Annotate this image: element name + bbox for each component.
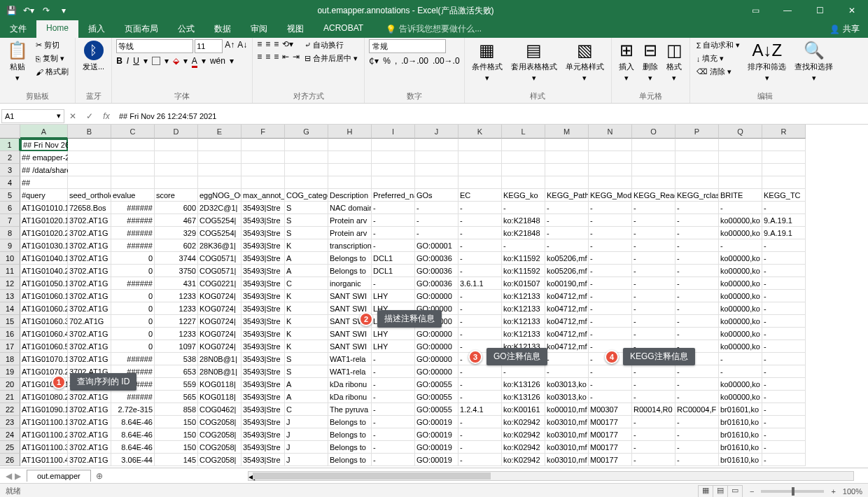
cell[interactable]: -	[589, 328, 632, 340]
zoom-level[interactable]: 100%	[843, 487, 862, 496]
cell[interactable]: ko05206,mf	[545, 265, 589, 277]
cell[interactable]: ko03010,mf	[545, 428, 589, 441]
cell[interactable]: 3750	[155, 265, 198, 277]
cell[interactable]: -	[458, 239, 502, 252]
cell[interactable]: 0	[111, 328, 155, 340]
cell[interactable]: -	[632, 328, 676, 340]
cell[interactable]: ######	[111, 239, 155, 252]
minimize-icon[interactable]: —	[771, 0, 804, 21]
cell[interactable]: -	[719, 365, 762, 378]
cell[interactable]: 559	[155, 378, 198, 391]
cell[interactable]: ko:K02942	[502, 454, 545, 466]
cancel-icon[interactable]: ✕	[64, 111, 81, 121]
cell[interactable]: Belongs to	[328, 252, 372, 265]
cell[interactable]: -	[676, 252, 719, 265]
h-scrollbar[interactable]: ◀	[248, 471, 854, 481]
cell[interactable]: -	[632, 365, 676, 378]
align-right-icon[interactable]: ≡	[274, 52, 279, 62]
cell[interactable]: 35493|Stre	[241, 315, 285, 328]
clear-button[interactable]: ⌫ 清除 ▾	[694, 66, 743, 78]
cell[interactable]: GO:00055	[415, 378, 458, 391]
cell[interactable]: KEGG_rclass	[676, 189, 719, 202]
cell[interactable]	[155, 164, 198, 176]
cell[interactable]: -	[545, 214, 589, 227]
cell[interactable]: 3702.AT1G	[68, 441, 111, 454]
cell[interactable]	[762, 139, 806, 151]
ribbon-options-icon[interactable]: ▭	[739, 0, 771, 21]
cell[interactable]	[632, 176, 676, 189]
cell[interactable]: LHY	[372, 328, 415, 340]
cell[interactable]: COG0221|	[198, 277, 241, 290]
cell[interactable]: -	[762, 265, 806, 277]
cell[interactable]	[589, 176, 632, 189]
cell[interactable]	[762, 176, 806, 189]
row-header[interactable]: 23	[0, 416, 20, 428]
ribbon-tab-ACROBAT[interactable]: ACROBAT	[314, 20, 373, 38]
cell[interactable]: -	[589, 315, 632, 328]
cell[interactable]: 35493|Stre	[241, 227, 285, 239]
percent-icon[interactable]: %	[383, 56, 391, 66]
cell[interactable]: 35493|Stre	[241, 428, 285, 441]
name-box[interactable]: A1▾	[1, 109, 64, 123]
cell[interactable]: Belongs to	[328, 416, 372, 428]
cell[interactable]	[372, 176, 415, 189]
cell[interactable]: Protein arv	[328, 214, 372, 227]
decrease-font-icon[interactable]: A↓	[237, 39, 248, 50]
cell[interactable]: ko03013,ko	[545, 378, 589, 391]
cell[interactable]: S	[285, 214, 328, 227]
cell[interactable]: -	[372, 391, 415, 403]
cell[interactable]: ko00000,ko	[719, 391, 762, 403]
row-header[interactable]: 11	[0, 265, 20, 277]
tell-me[interactable]: 💡 告诉我您想要做什么...	[379, 20, 489, 38]
cell[interactable]: AT1G01030.1	[20, 239, 68, 252]
cell[interactable]: 600	[155, 202, 198, 214]
bluetooth-send-button[interactable]: ᛒ 发送...	[80, 39, 107, 74]
cell[interactable]: KOG0724|	[198, 328, 241, 340]
cell[interactable]: -	[458, 378, 502, 391]
cell[interactable]: J	[285, 441, 328, 454]
cell[interactable]: AT1G01090.1	[20, 403, 68, 416]
col-header[interactable]: B	[68, 125, 111, 139]
cell[interactable]	[372, 164, 415, 176]
cell[interactable]: 3702.AT1G	[68, 265, 111, 277]
cell[interactable]: C	[285, 277, 328, 290]
cell[interactable]	[198, 176, 241, 189]
cell[interactable]: #query	[20, 189, 68, 202]
cell[interactable]: ko03010,mf	[545, 454, 589, 466]
cell[interactable]: ko00000,ko	[719, 252, 762, 265]
increase-font-icon[interactable]: A↑	[224, 39, 235, 50]
sort-filter-button[interactable]: A↓Z排序和筛选▾	[745, 39, 789, 84]
cell[interactable]: GO:00000	[415, 290, 458, 302]
cell[interactable]: C	[285, 403, 328, 416]
cell[interactable]: kDa ribonu	[328, 378, 372, 391]
col-header[interactable]: L	[502, 125, 545, 139]
row-header[interactable]: 21	[0, 391, 20, 403]
cell[interactable]: GO:00055	[415, 391, 458, 403]
cell[interactable]: 602	[155, 239, 198, 252]
cell[interactable]: 1227	[155, 315, 198, 328]
increase-decimal-icon[interactable]: .0→.00	[401, 56, 428, 66]
cell[interactable]	[458, 176, 502, 189]
cell[interactable]: -	[458, 202, 502, 214]
cell[interactable]: -	[372, 202, 415, 214]
cell[interactable]: 3744	[155, 252, 198, 265]
cell[interactable]: -	[762, 239, 806, 252]
cell[interactable]: 28K36@1|	[198, 239, 241, 252]
cell[interactable]: -	[372, 214, 415, 227]
cell[interactable]: -	[458, 252, 502, 265]
cell[interactable]: Belongs to	[328, 454, 372, 466]
cell[interactable]: br01610,ko	[719, 428, 762, 441]
cell[interactable]: -	[676, 328, 719, 340]
cell[interactable]: -	[762, 277, 806, 290]
select-all-corner[interactable]	[0, 125, 20, 139]
cell[interactable]	[719, 164, 762, 176]
cell[interactable]: 538	[155, 353, 198, 365]
cell[interactable]	[241, 139, 285, 151]
cell[interactable]: -	[458, 428, 502, 441]
row-header[interactable]: 3	[0, 164, 20, 176]
ribbon-tab-审阅[interactable]: 审阅	[241, 20, 277, 38]
cell[interactable]: inorganic	[328, 277, 372, 290]
cell[interactable]: max_annot_lvl	[241, 189, 285, 202]
ribbon-tab-公式[interactable]: 公式	[168, 20, 204, 38]
cell[interactable]: 28N0B@1|	[198, 365, 241, 378]
